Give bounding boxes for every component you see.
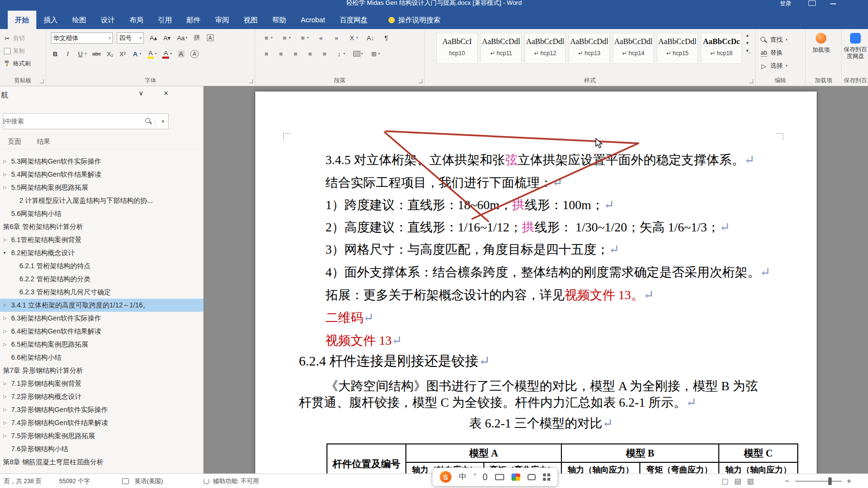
nav-outline-item[interactable]: 5.6网架结构小结 xyxy=(0,207,203,220)
superscript-button[interactable]: X² xyxy=(118,48,127,59)
nav-outline-item[interactable]: 第8章 钢筋混凝土穹层柱屈曲分析 xyxy=(0,456,203,469)
proofing-icon[interactable] xyxy=(122,478,129,484)
zoom-out-button[interactable]: − xyxy=(785,474,789,488)
read-mode-icon[interactable]: ▢ xyxy=(722,474,728,488)
justify-button[interactable]: ≡ xyxy=(306,48,314,59)
italic-button[interactable]: I xyxy=(63,48,72,59)
ribbon-tab-5[interactable]: 布局 xyxy=(122,11,151,29)
apps-grid-icon[interactable] xyxy=(543,473,550,481)
message-icon[interactable] xyxy=(527,474,536,480)
nav-outline-item[interactable]: ▷7.5异形钢结构案例思路拓展 xyxy=(0,429,203,442)
punctuation-icon[interactable]: ’ xyxy=(474,472,476,482)
expand-arrow-icon[interactable]: ▷ xyxy=(3,416,7,429)
expand-arrow-icon[interactable]: ▷ xyxy=(3,312,7,325)
nav-outline-item[interactable]: 6.6桁架结构小结 xyxy=(0,351,203,364)
close-pane-icon[interactable]: × xyxy=(164,89,168,98)
change-case-button[interactable]: Aa▾ xyxy=(176,32,188,43)
borders-button[interactable]: ⊞▾ xyxy=(370,48,381,59)
toolbox-icon[interactable] xyxy=(512,473,520,481)
document-page[interactable]: 3.4.5 对立体桁架、立体拱架和张弦立体拱架应设置平面外的稳定支撑体系。↵结合… xyxy=(255,92,817,473)
nav-outline-item[interactable]: ▷6.1管桁架结构案例背景 xyxy=(0,233,203,246)
collapse-pane-icon[interactable]: ∨ xyxy=(139,89,143,97)
format-painter-button[interactable]: 格式刷 xyxy=(4,57,31,70)
accessibility-status[interactable]: 辅助功能: 不可用 xyxy=(213,474,259,488)
style-card[interactable]: AaBbCcDdl↵ hcp11 xyxy=(480,33,522,64)
ribbon-tab-12[interactable]: 百度网盘 xyxy=(332,11,375,29)
ribbon-tab-7[interactable]: 邮件 xyxy=(179,11,208,29)
expand-arrow-icon[interactable]: ▷ xyxy=(3,338,7,351)
font-name-combo[interactable]: 华文楷体 ▾ xyxy=(51,32,113,44)
nav-outline-item[interactable]: ▷7.3异形钢结构Gen软件实际操作 xyxy=(0,403,203,416)
zoom-slider-track[interactable] xyxy=(795,481,842,482)
nav-outline-item[interactable]: ▷3.4.1 立体桁架的高度可取跨度的1/12～1/16。 xyxy=(0,299,203,312)
expand-arrow-icon[interactable]: ▷ xyxy=(3,429,7,442)
expand-arrow-icon[interactable]: ▷ xyxy=(3,168,7,181)
numbering-button[interactable]: ≡▾ xyxy=(280,32,292,43)
word-count-status[interactable]: 55092 个字 xyxy=(59,474,90,488)
find-button[interactable]: 查找▾ xyxy=(760,34,788,46)
nav-outline-item[interactable]: 第7章 异形钢结构计算分析 xyxy=(0,364,203,377)
ribbon-tab-11[interactable]: Acrobat xyxy=(294,11,332,29)
nav-outline-item[interactable]: 第6章 管桁架结构计算分析 xyxy=(0,220,203,233)
font-size-combo[interactable]: 四号 ▾ xyxy=(117,32,144,44)
style-card[interactable]: AaBbCcDdl↵ hcp13 xyxy=(569,33,610,64)
keyboard-icon[interactable] xyxy=(495,474,504,480)
shading-button[interactable]: ▾ xyxy=(352,48,364,59)
nav-tab-results[interactable]: 结果 xyxy=(37,137,50,146)
character-border-button[interactable]: A xyxy=(206,32,215,43)
nav-outline-item[interactable]: ▷5.5网架结构案例思路拓展 xyxy=(0,181,203,194)
search-icon[interactable] xyxy=(145,118,152,124)
multilevel-list-button[interactable]: ≡▾ xyxy=(298,32,310,43)
paragraph-dialog-launcher-icon[interactable] xyxy=(418,79,422,83)
underline-button[interactable]: U▾ xyxy=(76,48,88,59)
align-left-button[interactable]: ≡ xyxy=(262,48,271,59)
page-count-status[interactable]: 页，共 238 页 xyxy=(4,474,42,488)
ribbon-tab-4[interactable]: 设计 xyxy=(93,11,122,29)
style-card[interactable]: AaBbCcDdl↵ hcp14 xyxy=(613,33,654,64)
microphone-icon[interactable] xyxy=(483,473,487,480)
text-effects-button[interactable]: A▾ xyxy=(131,48,142,59)
expand-arrow-icon[interactable]: ▷ xyxy=(3,403,7,416)
nav-outline-item[interactable]: ▷6.5桁架结构案例思路拓展 xyxy=(0,338,203,351)
distribute-button[interactable]: ≡ xyxy=(320,48,329,59)
expand-arrow-icon[interactable]: ▷ xyxy=(3,155,7,168)
scroll-down-icon[interactable]: ▼ xyxy=(745,41,750,46)
nav-search-box[interactable]: 在文档中搜索 ▾ xyxy=(3,113,169,129)
decrease-font-button[interactable]: A▾ xyxy=(162,32,171,43)
align-center-button[interactable]: ≡ xyxy=(277,48,285,59)
web-layout-icon[interactable]: ▥ xyxy=(747,474,754,488)
phonetic-guide-button[interactable]: 拼 xyxy=(193,32,202,43)
sort-button[interactable]: A↓ xyxy=(366,32,375,43)
ribbon-display-options-icon[interactable] xyxy=(808,0,816,6)
style-card[interactable]: AaBbCcIhcp10 xyxy=(436,33,478,64)
scroll-up-icon[interactable]: ▲ xyxy=(745,33,750,38)
select-button[interactable]: ▷选择▾ xyxy=(760,60,788,72)
expand-arrow-icon[interactable]: ▷ xyxy=(3,390,7,403)
bullets-button[interactable]: ≡▾ xyxy=(262,32,274,43)
nav-outline-item[interactable]: ▷6.3桁架结构Gen软件实际操作 xyxy=(0,312,203,325)
language-status[interactable]: 英语(美国) xyxy=(135,474,163,488)
nav-outline-item[interactable]: ▷5.4网架结构Gen软件结果解读 xyxy=(0,168,203,181)
ribbon-tab-6[interactable]: 引用 xyxy=(151,11,179,29)
expand-arrow-icon[interactable]: ▷ xyxy=(3,325,7,338)
increase-indent-button[interactable]: » xyxy=(332,32,341,43)
replace-button[interactable]: ab替换 xyxy=(760,47,783,59)
nav-outline-item[interactable]: 6.2.1 管桁架结构的特点 xyxy=(0,259,203,273)
decrease-indent-button[interactable]: « xyxy=(317,32,326,43)
minimize-icon[interactable] xyxy=(830,0,836,4)
enclose-characters-button[interactable]: A xyxy=(189,48,200,59)
style-card[interactable]: AaBbCcDdl↵ hcp12 xyxy=(525,33,566,64)
zoom-in-button[interactable]: + xyxy=(847,474,851,488)
ribbon-tab-9[interactable]: 视图 xyxy=(236,11,265,29)
nav-outline-item[interactable]: ▷7.4异形钢结构Gen软件结果解读 xyxy=(0,416,203,429)
styles-dialog-launcher-icon[interactable] xyxy=(749,79,753,83)
line-spacing-button[interactable]: ↕▾ xyxy=(335,48,346,59)
show-marks-button[interactable]: ¶ xyxy=(382,32,390,43)
sogou-logo[interactable]: S xyxy=(440,471,451,483)
nav-outline-item[interactable]: 2 计算模型应计入屋盖结构与下部结构的协... xyxy=(0,194,203,207)
print-layout-icon[interactable]: ▤ xyxy=(734,474,741,488)
addins-button[interactable]: 加载项 xyxy=(812,33,830,54)
font-color-button[interactable]: A▾ xyxy=(161,48,173,59)
bold-button[interactable]: B xyxy=(51,48,60,59)
nav-outline-item[interactable]: 6.2.2 管桁架结构的分类 xyxy=(0,273,203,286)
